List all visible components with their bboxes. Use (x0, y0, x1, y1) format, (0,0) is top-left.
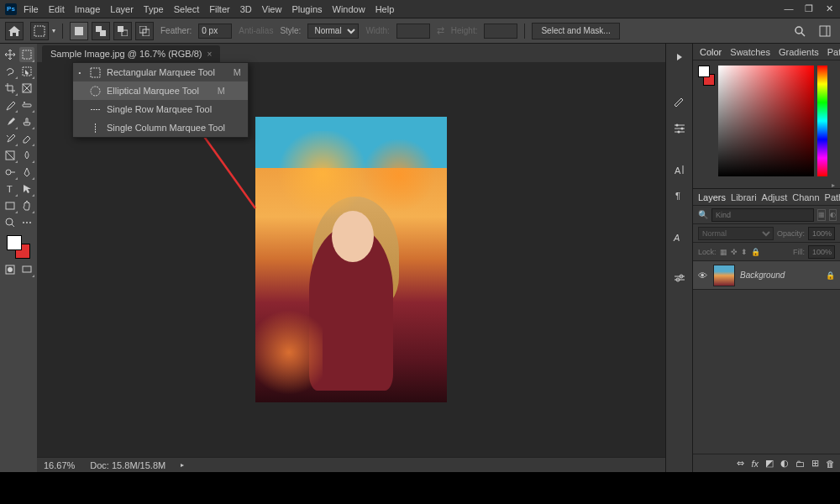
status-chevron-icon[interactable]: ▸ (181, 461, 184, 469)
lock-icon[interactable]: 🔒 (826, 271, 835, 280)
feather-input[interactable] (198, 24, 232, 39)
tab-gradients[interactable]: Gradients (779, 47, 819, 57)
dodge-tool[interactable] (3, 165, 18, 180)
object-selection-tool[interactable] (19, 64, 34, 79)
search-icon[interactable] (790, 23, 810, 39)
menu-filter[interactable]: Filter (209, 4, 229, 14)
menu-help[interactable]: Help (375, 4, 395, 14)
eraser-tool[interactable] (19, 131, 34, 146)
menu-select[interactable]: Select (174, 4, 200, 14)
gradient-tool[interactable] (3, 148, 18, 163)
paragraph-panel-icon[interactable]: ¶ (669, 186, 690, 203)
select-and-mask-button[interactable]: Select and Mask... (532, 23, 619, 39)
properties-panel-icon[interactable] (669, 270, 690, 287)
zoom-level[interactable]: 16.67% (44, 460, 75, 470)
window-maximize-button[interactable]: ❐ (803, 3, 815, 14)
menu-layer[interactable]: Layer (110, 4, 134, 14)
new-layer-icon[interactable]: ⊞ (811, 458, 819, 469)
style-select[interactable]: Normal (307, 24, 359, 39)
layer-thumbnail[interactable] (713, 265, 735, 286)
menu-edit[interactable]: Edit (49, 4, 65, 14)
menu-file[interactable]: File (24, 4, 39, 14)
screen-mode-button[interactable] (19, 262, 34, 277)
lasso-tool[interactable] (3, 64, 18, 79)
expand-panel-icon[interactable] (669, 49, 690, 66)
flyout-elliptical-marquee[interactable]: Elliptical Marquee ToolM (73, 81, 248, 100)
selection-subtract-button[interactable] (113, 22, 132, 40)
type-tool[interactable]: T (3, 181, 18, 197)
mini-fg-swatch[interactable] (698, 66, 710, 77)
brush-tool[interactable] (3, 114, 18, 129)
flyout-single-row-marquee[interactable]: Single Row Marquee Tool (73, 100, 248, 118)
foreground-color-swatch[interactable] (7, 235, 22, 250)
zoom-tool[interactable] (3, 215, 18, 230)
tab-patterns[interactable]: Patterns (827, 47, 840, 57)
selection-add-button[interactable] (92, 22, 110, 40)
menu-type[interactable]: Type (144, 4, 164, 14)
edit-toolbar-button[interactable] (19, 215, 34, 230)
workspace-icon[interactable] (815, 23, 835, 39)
window-close-button[interactable]: ✕ (823, 3, 835, 14)
blend-mode-select[interactable]: Normal (698, 227, 774, 240)
adjustment-layer-icon[interactable]: ◐ (780, 458, 789, 469)
document-info[interactable]: Doc: 15.8M/15.8M (90, 460, 165, 470)
pen-tool[interactable] (19, 165, 34, 180)
lock-all-icon[interactable]: 🔒 (751, 248, 760, 256)
menu-3d[interactable]: 3D (240, 4, 252, 14)
filter-adjust-icon[interactable]: ◐ (829, 209, 837, 221)
glyphs-panel-icon[interactable]: A (669, 228, 690, 245)
filter-pixel-icon[interactable]: ▦ (817, 209, 826, 221)
window-minimize-button[interactable]: — (783, 3, 795, 14)
path-selection-tool[interactable] (19, 181, 34, 197)
tab-layers[interactable]: Layers (698, 192, 726, 202)
tab-channels[interactable]: Chann (792, 192, 819, 202)
home-button[interactable] (5, 22, 24, 40)
selection-new-button[interactable] (70, 22, 88, 40)
blur-tool[interactable] (19, 148, 34, 163)
rectangle-tool[interactable] (3, 198, 18, 213)
hue-slider[interactable] (817, 66, 827, 176)
eyedropper-tool[interactable] (3, 97, 18, 113)
lock-position-icon[interactable]: ✜ (731, 248, 738, 256)
clone-stamp-tool[interactable] (19, 114, 34, 129)
layer-effects-icon[interactable]: fx (751, 459, 759, 469)
brushes-panel-icon[interactable] (669, 94, 690, 111)
link-layers-icon[interactable]: ⇔ (737, 458, 744, 469)
color-field[interactable] (718, 66, 814, 176)
canvas[interactable]: •Rectangular Marquee ToolM Elliptical Ma… (37, 62, 665, 457)
layer-filter-input[interactable] (711, 208, 814, 222)
frame-tool[interactable] (19, 81, 34, 96)
fill-input[interactable] (808, 245, 835, 259)
tab-libraries[interactable]: Librari (731, 192, 757, 202)
adjustments-panel-icon[interactable] (669, 119, 690, 136)
layer-row[interactable]: 👁 Background 🔒 (693, 261, 840, 290)
quick-mask-button[interactable] (3, 262, 18, 277)
lock-pixels-icon[interactable]: ▦ (720, 248, 727, 256)
menu-image[interactable]: Image (75, 4, 101, 14)
layer-visibility-icon[interactable]: 👁 (698, 270, 708, 281)
hand-tool[interactable] (19, 198, 34, 213)
layer-mask-icon[interactable]: ◩ (765, 458, 774, 469)
opacity-input[interactable] (808, 227, 835, 240)
menu-plugins[interactable]: Plugins (291, 4, 322, 14)
layer-name[interactable]: Background (740, 270, 821, 280)
selection-intersect-button[interactable] (135, 22, 154, 40)
close-tab-icon[interactable]: × (207, 50, 213, 59)
healing-brush-tool[interactable] (19, 97, 34, 113)
mini-swatches[interactable] (698, 66, 715, 86)
color-chevron-icon[interactable]: ▸ (832, 181, 835, 186)
marquee-tool-preset[interactable] (30, 22, 49, 40)
flyout-rectangular-marquee[interactable]: •Rectangular Marquee ToolM (73, 63, 248, 81)
character-panel-icon[interactable]: A (669, 161, 690, 178)
history-brush-tool[interactable] (3, 131, 18, 146)
flyout-single-column-marquee[interactable]: Single Column Marquee Tool (73, 118, 248, 137)
crop-tool[interactable] (3, 81, 18, 96)
document-tab[interactable]: Sample Image.jpg @ 16.7% (RGB/8)× (42, 45, 220, 62)
tab-adjustments[interactable]: Adjust (762, 192, 788, 202)
color-swatches[interactable] (7, 235, 30, 259)
tab-color[interactable]: Color (700, 47, 722, 57)
menu-window[interactable]: Window (333, 4, 365, 14)
move-tool[interactable] (3, 47, 18, 62)
tab-swatches[interactable]: Swatches (730, 47, 770, 57)
tab-paths[interactable]: Paths (825, 192, 840, 202)
